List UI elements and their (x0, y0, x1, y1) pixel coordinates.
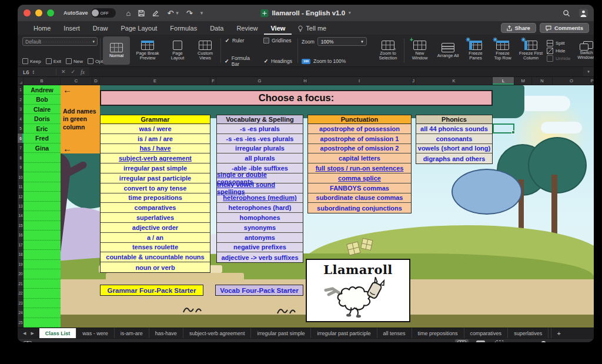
focus-link[interactable]: apostrophe of possession (308, 124, 411, 134)
empty-name-cell[interactable] (24, 318, 61, 328)
focus-link[interactable]: a / an (101, 233, 210, 243)
focus-link[interactable]: capital letters (308, 153, 411, 163)
row-header-5[interactable]: 5 (18, 124, 24, 133)
row-header-11[interactable]: 11 (18, 182, 24, 192)
home-icon[interactable]: ⌂ (126, 9, 131, 18)
empty-name-cell[interactable] (24, 289, 61, 298)
focus-link[interactable]: all 44 phonics sounds (416, 124, 492, 134)
row-header-4[interactable]: 4 (18, 114, 24, 123)
row-header-18[interactable]: 18 (18, 250, 24, 259)
column-header-D[interactable]: D (92, 77, 100, 85)
column-header-C[interactable]: C (61, 77, 92, 85)
focus-link[interactable]: countable & uncountable nouns (101, 252, 210, 262)
focus-link[interactable]: -s -es -ies -ves plurals (217, 134, 303, 144)
ribbon-tab-page-layout[interactable]: Page Layout (115, 23, 164, 35)
undo-chevron-icon[interactable]: ▾ (176, 10, 179, 16)
focus-link[interactable]: irregular past participle (101, 173, 210, 183)
keep-sheet-view-button[interactable]: Keep (22, 58, 41, 64)
ribbon-tab-tell-me[interactable]: Tell me (292, 23, 333, 35)
page-break-preview-button[interactable]: Page Break Preview (132, 36, 163, 65)
focus-link[interactable]: heterophones (medium) (217, 193, 303, 203)
name-cell[interactable]: Doris (24, 114, 61, 123)
row-header-21[interactable]: 21 (18, 279, 24, 289)
sheet-tab-all-tenses[interactable]: all tenses (377, 328, 412, 338)
row-header-16[interactable]: 16 (18, 231, 24, 240)
column-header-M[interactable]: M (514, 77, 532, 85)
focus-link[interactable]: adjective order (101, 223, 210, 233)
row-header-17[interactable]: 17 (18, 241, 24, 250)
ribbon-tab-view[interactable]: View (264, 23, 292, 35)
focus-link[interactable]: comma splice (308, 173, 411, 183)
switch-windows-button[interactable]: ▾ Switch Windows (573, 36, 594, 65)
name-cell[interactable]: Andrew (24, 85, 61, 95)
sheet-nav-left-icon[interactable]: ◀ (23, 331, 26, 336)
row-header-20[interactable]: 20 (18, 269, 24, 279)
split-button[interactable]: Split (547, 40, 570, 46)
focus-link[interactable]: adjective -> verb suffixes (217, 252, 303, 262)
empty-name-cell[interactable] (24, 221, 61, 231)
empty-name-cell[interactable] (24, 250, 61, 259)
unhide-button[interactable]: Unhide (547, 55, 570, 62)
focus-link[interactable]: digraphs and others (416, 153, 492, 163)
column-header-N[interactable]: N (532, 77, 553, 85)
sheet-tab-is-am-are[interactable]: is-am-are (115, 328, 149, 338)
zoom-value-dropdown[interactable]: 100%▾ (317, 37, 367, 46)
focus-link[interactable]: is / am / are (101, 134, 210, 144)
sheet-tab-comparatives[interactable]: comparatives (464, 328, 509, 338)
toggle-formula-bar[interactable]: ✓Formula Bar (225, 58, 255, 64)
column-header-I[interactable]: I (307, 77, 412, 85)
name-cell[interactable]: Eric (24, 124, 61, 133)
exit-sheet-view-button[interactable]: Exit (46, 58, 61, 64)
column-header-P[interactable]: P (591, 77, 594, 85)
focus-link[interactable]: tricky vowel sound spellings (217, 183, 303, 193)
focus-link[interactable]: irregular past simple (101, 163, 210, 173)
zoom-window-button[interactable] (47, 9, 54, 16)
row-header-9[interactable]: 9 (18, 163, 24, 172)
comments-button[interactable]: Comments (540, 23, 589, 33)
focus-link[interactable]: subordinate clause commas (308, 193, 411, 203)
empty-name-cell[interactable] (24, 299, 61, 308)
undo-icon[interactable]: ↶ (167, 9, 173, 18)
zoom-out-button[interactable]: − (511, 340, 515, 342)
name-box[interactable]: L6 ▴▾ (18, 69, 56, 75)
edit-icon[interactable] (152, 10, 159, 16)
name-box-stepper[interactable]: ▴▾ (33, 69, 35, 74)
new-sheet-view-button[interactable]: New (66, 58, 83, 64)
row-header-22[interactable]: 22 (18, 289, 24, 298)
focus-link[interactable]: apostrophe of omission 2 (308, 144, 411, 154)
column-header-G[interactable]: G (216, 77, 303, 85)
formula-input[interactable] (89, 67, 583, 76)
save-icon[interactable] (138, 10, 145, 16)
active-cell-outline[interactable] (493, 123, 514, 133)
status-page-layout-view-button[interactable] (474, 339, 487, 342)
sheet-tab-has-have[interactable]: has-have (149, 328, 183, 338)
hide-button[interactable]: Hide (547, 48, 570, 54)
empty-name-cell[interactable] (24, 260, 61, 269)
empty-name-cell[interactable] (24, 192, 61, 201)
page-layout-button[interactable]: Page Layout (165, 36, 190, 65)
empty-name-cell[interactable] (24, 163, 61, 172)
custom-views-button[interactable]: Custom Views (192, 36, 218, 65)
focus-link[interactable]: was / were (101, 124, 210, 134)
focus-link[interactable]: comparatives (101, 203, 210, 213)
row-header-19[interactable]: 19 (18, 260, 24, 269)
focus-link[interactable]: full stops / run-on sentences (308, 163, 411, 173)
formula-bar-expand-icon[interactable]: ▾ (583, 69, 594, 74)
sheet-tab-superlatives[interactable]: superlatives (508, 328, 549, 338)
status-page-break-view-button[interactable] (493, 339, 506, 342)
sheet-tab-class-list[interactable]: Class List (39, 328, 77, 338)
vocab-four-pack-starter-link[interactable]: Vocab Four-Pack Starter (215, 285, 303, 296)
column-header-B[interactable]: B (24, 77, 61, 85)
autosave-switch[interactable]: OFF (91, 8, 116, 18)
grammar-four-pack-starter-link[interactable]: Grammar Four-Pack Starter (100, 285, 203, 296)
empty-name-cell[interactable] (24, 172, 61, 182)
focus-link[interactable]: consonants (416, 134, 492, 144)
sheet-nav-right-icon[interactable]: ▶ (31, 331, 34, 336)
focus-link[interactable]: noun or verb (101, 262, 210, 272)
column-header-O[interactable]: O (553, 77, 591, 85)
ribbon-tab-data[interactable]: Data (203, 23, 230, 35)
toolbar-overflow-icon[interactable]: ▾ (200, 10, 203, 16)
freeze-first-column-button[interactable]: ✳Freeze First Column (517, 36, 544, 65)
row-header-7[interactable]: 7 (18, 143, 24, 153)
normal-view-button[interactable]: Normal (103, 36, 130, 65)
